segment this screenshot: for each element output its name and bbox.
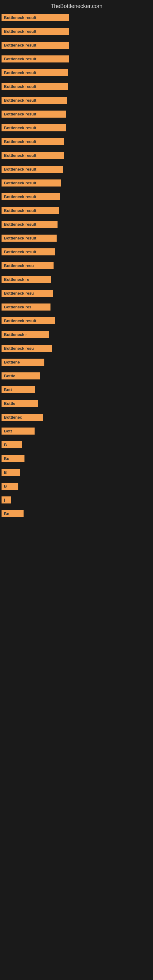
- bar-row: Bottleneck resu: [0, 345, 153, 353]
- bottleneck-bar: Bottleneck result: [2, 138, 64, 145]
- bar-row: Bottle: [0, 400, 153, 408]
- bar-row: Bottleneck result: [0, 97, 153, 105]
- bottleneck-bar: Bott: [2, 428, 35, 434]
- bottleneck-bar: Bottleneck result: [2, 221, 57, 228]
- bar-row: Bottlene: [0, 359, 153, 367]
- bottleneck-bar: Bo: [2, 510, 24, 517]
- bar-row: Bo: [0, 455, 153, 463]
- bar-row: Bottleneck result: [0, 207, 153, 215]
- bar-row: Bottleneck result: [0, 69, 153, 78]
- bottleneck-bar: Bottlene: [2, 359, 45, 366]
- bar-row: Bottleneck result: [0, 124, 153, 133]
- bottleneck-bar: Bo: [2, 455, 24, 462]
- bars-container: Bottleneck resultBottleneck resultBottle…: [0, 11, 153, 527]
- bar-row: B: [0, 469, 153, 477]
- bottleneck-bar: Bottle: [2, 372, 40, 379]
- bottleneck-bar: B: [2, 483, 18, 490]
- bottleneck-bar: Bottleneck result: [2, 41, 69, 49]
- bottleneck-bar: Bottleneck result: [2, 166, 63, 173]
- bottleneck-bar: B: [2, 441, 22, 449]
- bottleneck-bar: Bottleneck result: [2, 193, 60, 200]
- bottleneck-bar: Bottleneck result: [2, 14, 69, 21]
- bar-row: Bottlenec: [0, 414, 153, 422]
- bottleneck-bar: Bottleneck r: [2, 331, 49, 338]
- bar-row: Bottleneck result: [0, 235, 153, 243]
- bar-row: Bott: [0, 428, 153, 436]
- bar-row: B: [0, 441, 153, 450]
- bottleneck-bar: Bottleneck result: [2, 248, 55, 255]
- bottleneck-bar: B: [2, 469, 20, 476]
- bottleneck-bar: Bottleneck result: [2, 124, 66, 131]
- bottleneck-bar: Bottlenec: [2, 414, 43, 421]
- bottleneck-bar: Bottleneck result: [2, 69, 68, 76]
- bottleneck-bar: Bottleneck result: [2, 28, 69, 35]
- bar-row: Bottleneck result: [0, 28, 153, 36]
- bar-row: Bottleneck result: [0, 193, 153, 202]
- bar-row: Bottleneck result: [0, 152, 153, 160]
- bottleneck-bar: Bottleneck result: [2, 207, 59, 214]
- bottleneck-bar: |: [2, 496, 11, 503]
- bar-row: Bottleneck res: [0, 304, 153, 312]
- bar-row: Bottleneck resu: [0, 290, 153, 298]
- bottleneck-bar: Bottleneck resu: [2, 290, 53, 297]
- bar-row: Bottle: [0, 372, 153, 381]
- bar-row: Bottleneck result: [0, 138, 153, 146]
- site-title: TheBottlenecker.com: [0, 0, 153, 11]
- bottleneck-bar: Bottleneck result: [2, 152, 64, 159]
- bar-row: B: [0, 483, 153, 491]
- bottleneck-bar: Bottleneck result: [2, 235, 57, 242]
- bottleneck-bar: Bottleneck res: [2, 304, 51, 310]
- bottleneck-bar: Bottleneck result: [2, 56, 69, 62]
- bar-row: Bottleneck result: [0, 317, 153, 326]
- bar-row: Bottleneck result: [0, 166, 153, 174]
- bottleneck-bar: Bottleneck result: [2, 97, 67, 104]
- bottleneck-bar: Bottleneck result: [2, 83, 68, 90]
- bar-row: Bottleneck result: [0, 14, 153, 22]
- bar-row: Bottleneck result: [0, 111, 153, 119]
- bar-row: Bottleneck result: [0, 248, 153, 257]
- bar-row: Bottleneck r: [0, 331, 153, 339]
- bottleneck-bar: Bottleneck resu: [2, 345, 52, 352]
- bottleneck-bar: Bottle: [2, 400, 38, 407]
- bottleneck-bar: Bottleneck result: [2, 317, 55, 324]
- bar-row: Bottleneck re: [0, 276, 153, 284]
- bottleneck-bar: Bottleneck re: [2, 276, 51, 283]
- bar-row: Bottleneck result: [0, 56, 153, 64]
- bottleneck-bar: Bottleneck resu: [2, 262, 54, 269]
- bottleneck-bar: Bottleneck result: [2, 111, 66, 118]
- bar-row: |: [0, 496, 153, 505]
- bar-row: Bott: [0, 386, 153, 395]
- bottleneck-bar: Bott: [2, 386, 35, 393]
- bar-row: Bottleneck result: [0, 41, 153, 50]
- bar-row: Bo: [0, 510, 153, 519]
- bottleneck-bar: Bottleneck result: [2, 180, 61, 186]
- bar-row: Bottleneck result: [0, 83, 153, 91]
- bar-row: Bottleneck result: [0, 221, 153, 229]
- bar-row: Bottleneck result: [0, 180, 153, 188]
- bar-row: Bottleneck resu: [0, 262, 153, 270]
